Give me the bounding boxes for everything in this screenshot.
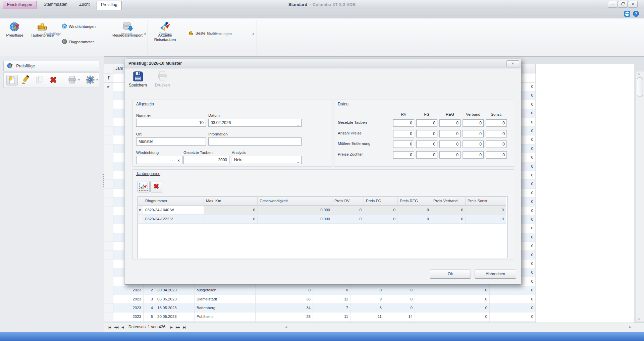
last-record-icon[interactable]: ▶| bbox=[183, 326, 185, 329]
taubenpreise-cell[interactable]: 0 bbox=[332, 215, 364, 224]
grid-cell[interactable]: 4 bbox=[144, 304, 155, 312]
auswertungen-group-launcher-icon[interactable] bbox=[252, 33, 254, 35]
ok-button[interactable]: Ok bbox=[430, 270, 471, 279]
daten-value-cell[interactable]: 0 bbox=[416, 130, 437, 137]
grid-cell[interactable]: 0 bbox=[415, 304, 490, 312]
taubenpreise-cell[interactable]: 0 bbox=[364, 215, 398, 224]
grid-cell[interactable]: Pohlheim bbox=[195, 312, 256, 321]
taubenpreise-header-cell[interactable]: Preis RV bbox=[332, 197, 364, 206]
grid-cell[interactable]: 06.05.2023 bbox=[155, 295, 195, 304]
print-dropdown-icon[interactable]: ▼ bbox=[78, 79, 80, 81]
daten-value-cell[interactable]: 0 bbox=[393, 130, 414, 137]
taubenpreise-header-cell[interactable]: Preis Verband bbox=[431, 197, 466, 206]
grid-row[interactable]: 2023520.05.2023Pohlheim2811111400 bbox=[104, 312, 634, 321]
grid-cell[interactable]: 9 bbox=[351, 295, 384, 304]
ort-input[interactable]: Münster bbox=[136, 137, 206, 146]
grid-cell[interactable]: 0 bbox=[313, 286, 351, 295]
ellipsis-button[interactable]: ··· bbox=[170, 158, 176, 163]
taubenpreise-cell[interactable]: 0 bbox=[466, 206, 506, 215]
grid-cell[interactable]: Battenberg bbox=[195, 304, 256, 312]
taubenpreise-cell[interactable]: 0 bbox=[398, 215, 431, 224]
prev-record-icon[interactable]: ◀ bbox=[121, 326, 123, 329]
tab-preisflug[interactable]: Preisflug bbox=[97, 1, 122, 10]
taubenpreise-header-cell[interactable]: Geschwindigkeit bbox=[258, 197, 332, 206]
splitter-grip[interactable] bbox=[103, 174, 104, 188]
daten-value-cell[interactable]: 0 bbox=[416, 140, 437, 148]
daten-value-cell[interactable]: 0 bbox=[416, 119, 437, 127]
delete-pigeon-button[interactable]: ✖ bbox=[150, 181, 162, 192]
ribbon-button-flugparameter[interactable]: Flugparameter bbox=[62, 39, 94, 45]
grid-pin-cell[interactable] bbox=[104, 73, 113, 82]
analysis-combobox[interactable]: Nein▼ bbox=[232, 156, 302, 164]
taubenpreise-header-cell[interactable] bbox=[138, 197, 143, 206]
grid-row[interactable]: 2023306.05.2023Diemelstadt36119000 bbox=[104, 295, 634, 304]
grid-cell[interactable]: 0 bbox=[384, 286, 415, 295]
daten-value-cell[interactable]: 0 bbox=[393, 119, 414, 127]
grid-cell[interactable]: 2023 bbox=[113, 304, 144, 312]
grid-cell[interactable]: 3 bbox=[144, 295, 155, 304]
settings-dropdown-icon[interactable]: ▼ bbox=[96, 79, 98, 81]
taubenpreise-cell[interactable]: 0 bbox=[431, 206, 466, 215]
delete-record-button[interactable] bbox=[48, 75, 59, 85]
taubenpreise-header-cell[interactable]: Preis FG bbox=[364, 197, 398, 206]
taubenpreise-row[interactable]: ▶0329-24-1040 W00,00000000 bbox=[138, 206, 507, 215]
grid-cell[interactable]: 36 bbox=[256, 295, 313, 304]
grid-cell[interactable]: 2023 bbox=[113, 295, 144, 304]
restore-button[interactable] bbox=[618, 1, 628, 8]
daten-value-cell[interactable]: 0 bbox=[463, 140, 484, 148]
grid-cell[interactable]: 0 bbox=[256, 286, 313, 295]
daten-value-cell[interactable]: 0 bbox=[439, 151, 461, 159]
scroll-up-icon[interactable]: ▲ bbox=[638, 72, 640, 75]
grid-cell[interactable]: ausgefallen bbox=[195, 286, 256, 295]
datum-combobox[interactable]: 03.02.2026▼ bbox=[208, 119, 302, 127]
chevron-down-icon[interactable]: ▼ bbox=[297, 122, 299, 129]
taubenpreise-cell[interactable]: 0329-24-1040 W bbox=[143, 206, 204, 215]
prev-page-icon[interactable]: ◀◀ bbox=[114, 326, 118, 329]
taubenpreise-cell[interactable]: 0 bbox=[431, 215, 466, 224]
grid-cell[interactable]: 0 bbox=[490, 286, 536, 295]
daten-value-cell[interactable]: 0 bbox=[463, 130, 484, 137]
grid-cell[interactable]: 2023 bbox=[113, 312, 144, 321]
information-input[interactable] bbox=[208, 137, 302, 146]
grid-cell[interactable]: 2 bbox=[144, 286, 155, 295]
taubenpreise-cell[interactable]: 0 bbox=[204, 206, 258, 215]
dialog-close-button[interactable]: × bbox=[506, 60, 519, 67]
add-pigeon-button[interactable] bbox=[138, 181, 150, 192]
grid-cell[interactable]: 34 bbox=[256, 304, 313, 312]
daten-value-cell[interactable]: 0 bbox=[393, 140, 414, 148]
scroll-down-icon[interactable]: ▼ bbox=[638, 318, 640, 321]
ribbon-button-windrichtungen[interactable]: Windrichtungen bbox=[62, 23, 96, 30]
daten-value-cell[interactable]: 0 bbox=[486, 130, 507, 137]
taubenpreise-cell[interactable]: 0 bbox=[398, 206, 431, 215]
daten-value-cell[interactable]: 0 bbox=[439, 119, 461, 127]
tab-einstellungen[interactable]: Einstellungen bbox=[3, 1, 37, 9]
chevron-down-icon[interactable]: ▼ bbox=[297, 159, 299, 166]
gesetzte-tauben-input[interactable]: 2000 bbox=[183, 156, 229, 164]
grid-cell[interactable]: 0 bbox=[384, 295, 415, 304]
grid-cell[interactable]: Diemelstadt bbox=[195, 295, 256, 304]
new-record-button[interactable] bbox=[6, 75, 18, 86]
clear-icon[interactable]: × bbox=[177, 158, 180, 163]
taubenpreise-cell[interactable]: 0,000 bbox=[258, 215, 332, 224]
taubenpreise-row[interactable]: 0329-24-1222 V00,00000000 bbox=[138, 215, 507, 224]
daten-value-cell[interactable]: 0 bbox=[463, 119, 484, 127]
dialog-titlebar[interactable]: Preisflug: 2026-10 Münster × bbox=[124, 59, 521, 68]
daten-value-cell[interactable]: 0 bbox=[439, 130, 461, 137]
daten-value-cell[interactable]: 0 bbox=[463, 151, 484, 159]
grid-cell[interactable]: 7 bbox=[313, 304, 351, 312]
print-button[interactable]: ▼ bbox=[67, 75, 77, 85]
taubenpreise-header-cell[interactable]: Max. Km bbox=[204, 197, 258, 206]
taubenpreise-cell[interactable]: 0 bbox=[204, 215, 258, 224]
grid-cell[interactable]: 0 bbox=[351, 286, 384, 295]
taubenpreise-cell[interactable]: 0 bbox=[466, 215, 506, 224]
print-dialog-button[interactable]: Drucken bbox=[151, 71, 174, 88]
daten-value-cell[interactable]: 0 bbox=[416, 151, 437, 159]
taubenpreise-cell[interactable]: 0 bbox=[364, 206, 398, 215]
grid-cell[interactable]: 28 bbox=[256, 312, 313, 321]
grid-cell[interactable]: 11 bbox=[313, 312, 351, 321]
import-group-launcher-icon[interactable] bbox=[144, 33, 146, 35]
windrichtung-input[interactable]: ··· × bbox=[136, 156, 182, 164]
grid-cell[interactable]: 14 bbox=[384, 312, 415, 321]
vertical-scrollbar[interactable]: ▲ ▼ bbox=[636, 71, 644, 322]
cancel-button[interactable]: Abbrechen bbox=[475, 270, 516, 279]
